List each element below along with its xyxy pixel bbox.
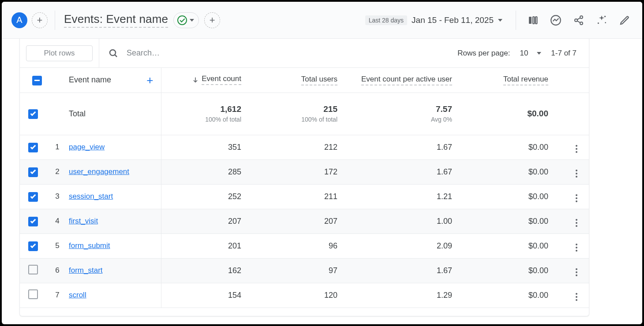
cell-per-user: 1.00 <box>353 209 468 233</box>
row-menu-button[interactable] <box>571 267 582 278</box>
cell-revenue: $0.00 <box>468 159 564 184</box>
row-checkbox[interactable] <box>28 241 38 251</box>
column-header-event-count[interactable]: Event count <box>192 74 241 85</box>
row-menu-button[interactable] <box>571 193 582 204</box>
report-card: Plot rows Rows per page: 10 1-7 of 7 <box>19 39 589 316</box>
row-checkbox[interactable] <box>28 265 38 274</box>
svg-rect-2 <box>535 17 537 24</box>
event-name-link[interactable]: scroll <box>69 291 86 299</box>
event-name-link[interactable]: form_start <box>69 266 103 274</box>
add-column-button[interactable]: + <box>146 74 153 86</box>
column-header-name[interactable]: Event name <box>69 75 111 85</box>
cell-revenue: $0.00 <box>468 233 564 258</box>
rows-per-page-label: Rows per page: <box>457 49 510 58</box>
cell-event-count: 201 <box>161 233 257 258</box>
column-header-revenue[interactable]: Total revenue <box>503 75 548 85</box>
pagination-range: 1-7 of 7 <box>551 49 577 58</box>
avatar[interactable]: A <box>11 12 27 28</box>
cell-per-user: 1.21 <box>353 184 468 209</box>
totals-per-user-sub: Avg 0% <box>354 116 452 123</box>
row-checkbox[interactable] <box>28 192 38 202</box>
cell-revenue: $0.00 <box>468 258 564 283</box>
table-row: 7scroll1541201.29$0.00 <box>20 283 589 307</box>
select-all-checkbox-2[interactable] <box>28 109 38 119</box>
column-header-total-users[interactable]: Total users <box>301 75 337 85</box>
row-menu-button[interactable] <box>571 242 582 253</box>
indeterminate-icon <box>34 80 40 81</box>
table-row: 3session_start2522111.21$0.00 <box>20 184 589 209</box>
cell-per-user: 1.29 <box>353 283 468 307</box>
chevron-down-icon <box>190 19 194 22</box>
check-icon <box>30 144 36 150</box>
rows-per-page-select[interactable]: 10 <box>520 49 541 58</box>
svg-point-4 <box>580 16 583 19</box>
cell-per-user: 2.09 <box>353 233 468 258</box>
row-checkbox[interactable] <box>28 289 38 299</box>
cell-event-count: 285 <box>161 159 257 184</box>
check-icon <box>30 218 36 224</box>
status-pill[interactable] <box>173 12 199 28</box>
row-menu-button[interactable] <box>571 292 582 302</box>
row-checkbox[interactable] <box>28 143 38 152</box>
cell-event-count: 154 <box>161 283 257 307</box>
cell-revenue: $0.00 <box>468 283 564 307</box>
date-range-value: Jan 15 - Feb 11, 2025 <box>412 15 494 25</box>
svg-point-12 <box>110 50 116 56</box>
cell-total-users: 96 <box>257 233 353 258</box>
totals-row: Total 1,612 100% of total 215 100% of to… <box>20 93 589 135</box>
cell-per-user: 1.67 <box>353 159 468 184</box>
cell-event-count: 351 <box>161 135 257 159</box>
totals-event-count: 1,612 <box>162 104 242 114</box>
row-index: 4 <box>46 209 68 233</box>
row-checkbox[interactable] <box>28 167 38 177</box>
edit-button[interactable] <box>617 12 633 28</box>
report-title[interactable]: Events: Event name <box>64 12 168 28</box>
search-input[interactable] <box>126 48 449 58</box>
share-button[interactable] <box>571 12 587 28</box>
share-icon <box>573 15 584 26</box>
events-table: Event name + Event count Total users Eve… <box>20 68 589 308</box>
cell-revenue: $0.00 <box>468 209 564 233</box>
row-menu-button[interactable] <box>571 168 582 179</box>
cell-total-users: 97 <box>257 258 353 283</box>
event-name-link[interactable]: session_start <box>69 192 113 200</box>
totals-revenue: $0.00 <box>468 109 548 119</box>
explore-button[interactable] <box>594 12 610 28</box>
svg-line-7 <box>577 18 580 19</box>
cell-event-count: 252 <box>161 184 257 209</box>
compare-button[interactable] <box>525 12 541 28</box>
row-menu-button[interactable] <box>571 218 582 228</box>
event-name-link[interactable]: user_engagement <box>69 167 129 176</box>
toolbar-actions <box>514 11 633 30</box>
select-all-checkbox[interactable] <box>32 76 42 85</box>
cell-total-users: 120 <box>257 283 353 307</box>
arrow-down-icon <box>192 76 199 83</box>
svg-point-5 <box>575 19 577 22</box>
cell-total-users: 207 <box>257 209 353 233</box>
event-name-link[interactable]: page_view <box>69 143 105 151</box>
row-checkbox[interactable] <box>28 217 38 226</box>
insights-icon <box>550 15 562 26</box>
plot-rows-button[interactable]: Plot rows <box>26 45 93 61</box>
table-controls: Plot rows Rows per page: 10 1-7 of 7 <box>20 39 589 68</box>
totals-label: Total <box>69 109 86 118</box>
insights-button[interactable] <box>548 12 564 28</box>
plus-icon: + <box>37 15 43 25</box>
pencil-icon <box>619 15 630 26</box>
row-menu-button[interactable] <box>571 144 582 154</box>
add-dimension-button[interactable]: + <box>204 12 220 28</box>
cell-total-users: 211 <box>257 184 353 209</box>
compare-columns-icon <box>528 15 538 26</box>
divider <box>516 11 516 30</box>
table-row: 6form_start162971.67$0.00 <box>20 258 589 283</box>
totals-per-user: 7.57 <box>354 104 452 114</box>
event-name-link[interactable]: form_submit <box>69 241 110 250</box>
date-range-picker[interactable]: Last 28 days Jan 15 - Feb 11, 2025 <box>365 15 502 25</box>
table-row: 4first_visit2072071.00$0.00 <box>20 209 589 233</box>
svg-point-9 <box>604 15 606 17</box>
add-segment-button[interactable]: + <box>32 12 48 28</box>
row-index: 2 <box>46 159 68 184</box>
event-name-link[interactable]: first_visit <box>69 217 98 225</box>
cell-per-user: 1.67 <box>353 258 468 283</box>
column-header-per-user[interactable]: Event count per active user <box>361 75 452 85</box>
